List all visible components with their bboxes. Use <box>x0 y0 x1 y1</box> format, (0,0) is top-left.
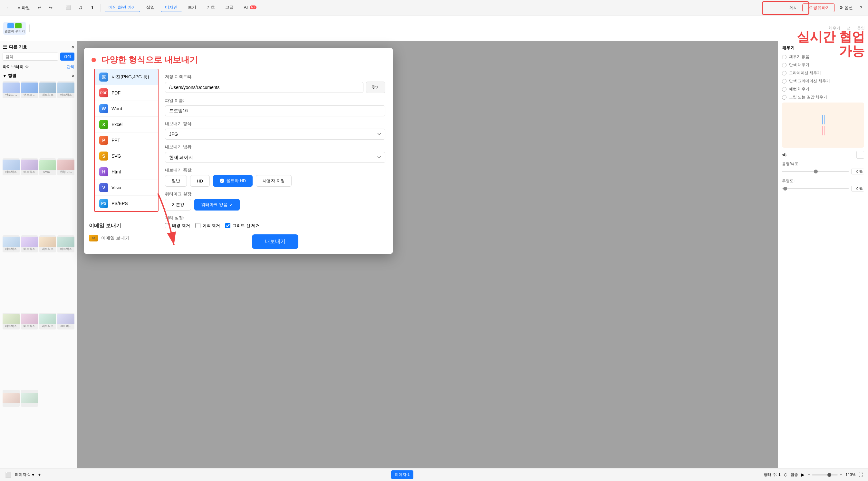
quality-normal-btn[interactable]: 일반 <box>165 175 187 187</box>
grid-item-13[interactable]: 매트릭스 <box>21 313 38 330</box>
fill-option-texture[interactable]: 그림 또는 질감 채우기 <box>782 94 864 100</box>
manage-btn[interactable]: 관리 <box>67 64 74 70</box>
grid-item-6[interactable]: SWOT <box>39 158 56 175</box>
page-tab-1[interactable]: 페이지-1 <box>391 470 413 479</box>
share-button[interactable]: ⎇ 공유하기 <box>802 3 835 12</box>
format-item-ps[interactable]: PS PS/EPS <box>95 196 158 211</box>
fill-option-gradient[interactable]: 그라데이션 채우기 <box>782 70 864 76</box>
zoom-slider[interactable] <box>812 474 838 476</box>
statusbar-layout-icon[interactable]: ⬜ <box>5 472 11 478</box>
grid-item-16[interactable] <box>3 390 20 407</box>
margin-remove-checkbox[interactable] <box>195 223 200 228</box>
grid-item-9[interactable]: 매트릭스 <box>21 235 38 252</box>
filename-input[interactable] <box>165 106 385 116</box>
zoom-thumb <box>828 473 831 477</box>
format-item-visio[interactable]: V Visio <box>95 180 158 196</box>
grid-item-4[interactable]: 매트릭스 <box>3 158 20 175</box>
format-select[interactable]: JPG PNG GIF <box>165 129 385 140</box>
grid-item-3[interactable]: 매트릭스 <box>57 81 74 98</box>
watermark-default-btn[interactable]: 기본값 <box>165 199 191 211</box>
quality-custom-btn[interactable]: 사용자 지정 <box>256 175 291 187</box>
print-button[interactable]: 🖨 <box>76 4 85 11</box>
shadow-tab[interactable]: 음영 <box>857 26 865 31</box>
bg-remove-checkbox[interactable] <box>165 223 170 228</box>
line-tab[interactable]: 선 <box>847 26 850 31</box>
grid-item-10[interactable]: 매트릭스 <box>39 235 56 252</box>
tab-symbol[interactable]: 기호 <box>203 3 219 12</box>
format-item-html[interactable]: H Html <box>95 164 158 180</box>
zoom-in-btn[interactable]: + <box>840 472 842 477</box>
fill-option-solid[interactable]: 단색 채우기 <box>782 62 864 68</box>
play-btn[interactable]: ▶ <box>801 472 805 477</box>
search-button[interactable]: 검색 <box>60 53 74 61</box>
grid-item-8[interactable]: 매트릭스 <box>3 235 20 252</box>
grid-item-14[interactable]: 매트릭스 <box>39 313 56 330</box>
tab-design[interactable]: 디자인 <box>161 3 181 12</box>
back-button[interactable]: ← <box>3 4 12 11</box>
tab-view[interactable]: 보기 <box>184 3 200 12</box>
grid-item-2[interactable]: 매트릭스 <box>39 81 56 98</box>
menu-button[interactable]: ≡ 파일 <box>15 4 33 12</box>
tab-main[interactable]: 메인 화면 가기 <box>105 3 140 12</box>
export-btn[interactable]: 내보내기 <box>252 234 298 249</box>
preview-card-3 <box>822 126 823 136</box>
save-button[interactable]: ⬜ <box>63 4 73 11</box>
tab-advanced[interactable]: 고급 <box>221 3 238 12</box>
format-label-word: Word <box>112 106 122 111</box>
grid-item-12[interactable]: 매트릭스 <box>3 313 20 330</box>
watermark-none-btn[interactable]: 워터마크 없음 ✓ <box>194 199 240 211</box>
grid-item-11[interactable]: 매트릭스 <box>57 235 74 252</box>
transparency-slider[interactable] <box>782 188 849 189</box>
watermark-row: 워터마크 설정: 기본값 워터마크 없음 ✓ <box>165 191 385 211</box>
opacity-value[interactable] <box>851 169 864 174</box>
dialog-close-btn[interactable] <box>92 58 96 62</box>
format-item-svg[interactable]: S SVG <box>95 148 158 164</box>
tab-ai[interactable]: AI hot <box>240 4 260 11</box>
grid-remove-checkbox[interactable] <box>225 223 230 228</box>
fill-option-pattern[interactable]: 패턴 채우기 <box>782 86 864 92</box>
fill-tab[interactable]: 채우기 <box>829 26 840 31</box>
quality-check-icon: ✓ <box>220 179 224 183</box>
search-input[interactable] <box>3 53 58 61</box>
options-button[interactable]: ⚙ 옵션 <box>837 4 856 12</box>
browse-btn[interactable]: 찾기 <box>366 82 385 93</box>
grid-item-0[interactable]: 앤소프 ... <box>3 81 20 98</box>
undo-button[interactable]: ↩ <box>35 4 44 11</box>
format-item-image[interactable]: 🖼 사진(PNG,JPG 등) <box>95 69 158 85</box>
undo-arrow[interactable]: ↪ <box>46 4 55 11</box>
fill-option-solid-gradient[interactable]: 단색 그라데이션 채우기 <box>782 78 864 84</box>
range-select[interactable]: 현재 페이지 전체 페이지 <box>165 152 385 163</box>
format-item-excel[interactable]: X Excel <box>95 117 158 132</box>
sidebar-collapse-btn[interactable]: « <box>71 44 74 50</box>
format-icon-word: W <box>99 104 108 113</box>
quality-ultra-btn[interactable]: ✓ 울트라 HD <box>213 175 253 187</box>
email-item-0[interactable]: ✉ 이메일 보내기 <box>89 233 158 244</box>
section-close-btn[interactable]: × <box>72 73 74 78</box>
email-label: 이메일 보내기 <box>101 235 129 241</box>
grid-item-1[interactable]: 앤소프 ... <box>21 81 38 98</box>
zoom-out-btn[interactable]: − <box>808 472 810 477</box>
grid-item-7[interactable]: 원형 마... <box>57 158 74 175</box>
format-icon-pdf: PDF <box>99 88 108 97</box>
format-item-pdf[interactable]: PDF PDF <box>95 85 158 101</box>
grid-item-5[interactable]: 매트릭스 <box>21 158 38 175</box>
help-button[interactable]: ? <box>857 4 865 11</box>
fill-option-none[interactable]: 채우기 없음 <box>782 54 864 60</box>
grid-item-17[interactable] <box>21 390 38 407</box>
grid-item-15[interactable]: 3x3 마... <box>57 313 74 330</box>
one-click-btn[interactable]: 원클릭 꾸미기 <box>3 22 26 35</box>
tab-insert[interactable]: 삽입 <box>143 3 158 12</box>
format-item-word[interactable]: W Word <box>95 101 158 117</box>
quality-hd-btn[interactable]: HD <box>190 175 210 187</box>
save-dir-input[interactable] <box>165 82 364 93</box>
fullscreen-btn[interactable]: ⛶ <box>859 472 863 477</box>
post-button[interactable]: 게시 <box>787 4 800 12</box>
opacity-slider[interactable] <box>782 171 849 172</box>
format-item-ppt[interactable]: P PPT <box>95 132 158 148</box>
range-label: 내보내기 범위: <box>165 144 385 150</box>
color-swatch[interactable] <box>857 151 864 159</box>
add-page-btn[interactable]: + <box>38 472 41 477</box>
export-button[interactable]: ⬆ <box>88 4 97 11</box>
transparency-value[interactable] <box>851 186 864 191</box>
one-click-label: 원클릭 꾸미기 <box>4 29 25 33</box>
